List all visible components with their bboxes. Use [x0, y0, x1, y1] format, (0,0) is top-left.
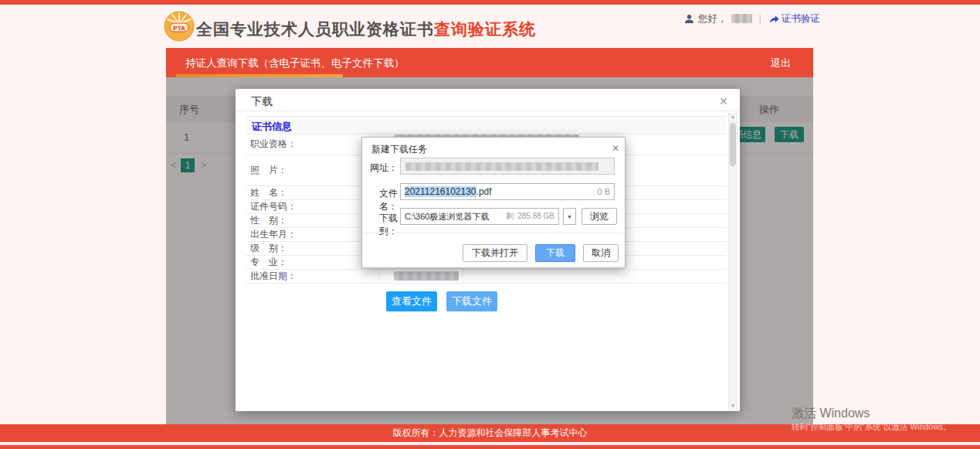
- label-major: 专 业：: [250, 256, 287, 269]
- label-gender: 性 别：: [250, 214, 287, 227]
- top-red-strip: [0, 0, 980, 5]
- filename-selected-text: 20211216102130: [405, 186, 476, 197]
- view-file-button[interactable]: 查看文件: [386, 291, 437, 311]
- url-input[interactable]: [400, 158, 615, 175]
- label-qualification: 职业资格：: [250, 138, 297, 151]
- filename-label: 文件名：: [367, 187, 398, 213]
- dialog-close-icon[interactable]: ✕: [609, 141, 622, 155]
- label-photo: 照 片：: [250, 164, 287, 177]
- url-label: 网址：: [367, 162, 398, 175]
- pta-logo-icon: PTA: [164, 11, 195, 42]
- svg-text:PTA: PTA: [173, 25, 185, 32]
- site-title: 全国专业技术人员职业资格证书查询验证系统: [196, 19, 536, 40]
- free-space: 剩: 285.88 GB: [506, 211, 554, 222]
- dialog-download-button[interactable]: 下载: [535, 244, 575, 262]
- url-value-redacted: [405, 162, 599, 171]
- label-level: 级 别：: [250, 242, 287, 255]
- cert-info-section-title: 证书信息: [252, 120, 292, 134]
- topbar-user-area: 您好， | 证书验证: [684, 12, 820, 25]
- download-and-open-button[interactable]: 下载并打开: [463, 244, 527, 262]
- user-icon: [684, 14, 694, 24]
- caret-down-icon: ▼: [567, 214, 572, 219]
- scrollbar-up-icon[interactable]: ▲: [729, 114, 737, 119]
- label-birth: 出生年月：: [250, 228, 297, 241]
- greeting-text: 您好，: [698, 12, 727, 26]
- site-title-main: 全国专业技术人员职业资格证书: [196, 20, 434, 38]
- cert-info-section-row: 证书信息: [246, 116, 726, 134]
- scrollbar-thumb[interactable]: [730, 123, 736, 166]
- file-size: 0 B: [597, 187, 610, 196]
- modal-close-icon[interactable]: ✕: [716, 94, 731, 109]
- share-arrow-icon: [768, 14, 779, 24]
- saveto-input[interactable]: C:\360极速浏览器下载 剩: 285.88 GB: [400, 208, 559, 225]
- modal-title: 下载: [251, 95, 273, 109]
- dialog-cancel-button[interactable]: 取消: [583, 244, 619, 262]
- new-download-task-dialog: 新建下载任务 ✕ 网址： 文件名： 20211216102130 .pdf 0 …: [361, 137, 626, 268]
- user-name-redacted: [731, 14, 752, 23]
- saveto-dropdown-button[interactable]: ▼: [563, 208, 576, 225]
- modal-header-divider: [236, 111, 740, 111]
- topbar-divider: |: [756, 13, 765, 24]
- windows-activation-watermark-line1: 激活 Windows: [792, 406, 870, 422]
- windows-activation-watermark-line2: 转到“控制面板”中的“系统”以激活 Windows。: [792, 422, 951, 433]
- site-title-accent: 查询验证系统: [434, 20, 536, 38]
- saveto-label: 下载到：: [367, 212, 398, 238]
- approve-date-value-redacted: [394, 271, 459, 281]
- dialog-title: 新建下载任务: [371, 143, 427, 156]
- saveto-path: C:\360极速浏览器下载: [405, 211, 489, 223]
- filename-extension: .pdf: [476, 186, 492, 197]
- page: PTA 全国专业技术人员职业资格证书查询验证系统 您好， | 证书验证 持证人查…: [0, 0, 980, 449]
- download-file-button[interactable]: 下载文件: [446, 291, 497, 311]
- field-row-approve-date: 批准日期：: [246, 269, 726, 284]
- tab-holder-query-download[interactable]: 持证人查询下载（含电子证书、电子文件下载）: [185, 56, 405, 70]
- label-id-number: 证件号码：: [250, 200, 297, 213]
- bottom-red-strip: [0, 445, 980, 449]
- cert-verify-label: 证书验证: [782, 12, 820, 26]
- cert-verify-link[interactable]: 证书验证: [768, 12, 820, 26]
- label-name: 姓 名：: [250, 186, 287, 199]
- browse-button[interactable]: 浏览: [582, 208, 617, 225]
- logout-button[interactable]: 退出: [771, 56, 791, 70]
- dialog-divider: [362, 233, 623, 233]
- label-approve-date: 批准日期：: [250, 270, 297, 283]
- scrollbar-down-icon[interactable]: ▼: [729, 403, 737, 408]
- filename-input[interactable]: 20211216102130 .pdf 0 B: [400, 183, 615, 200]
